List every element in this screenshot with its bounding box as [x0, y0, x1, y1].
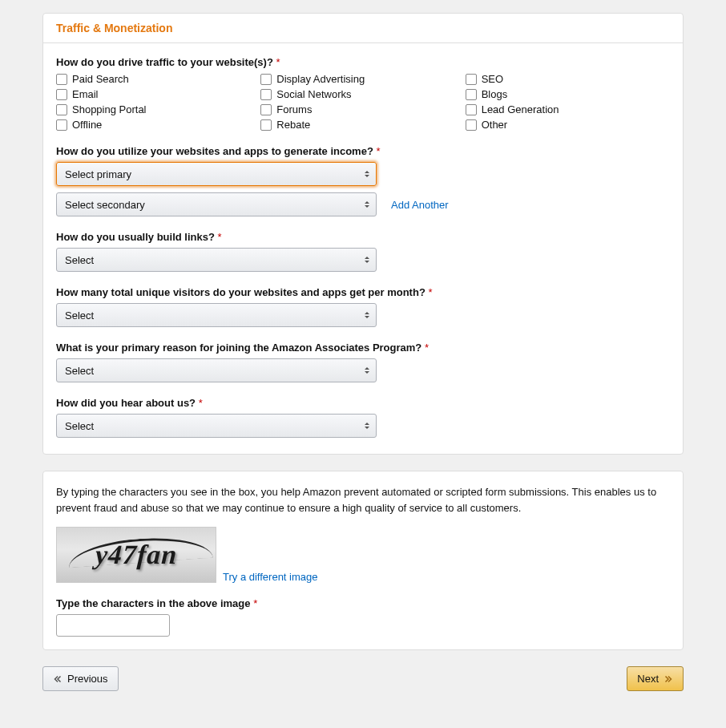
- traffic-checkbox-label[interactable]: Lead Generation: [482, 103, 559, 115]
- traffic-checkbox[interactable]: [56, 74, 67, 85]
- captcha-input-label: Type the characters in the above image *: [56, 597, 670, 609]
- traffic-checkbox-label[interactable]: Offline: [72, 119, 102, 131]
- traffic-checkbox[interactable]: [466, 119, 477, 131]
- traffic-checkbox-item: Other: [466, 119, 670, 131]
- build-links-select-wrap: Select: [56, 248, 377, 272]
- traffic-checkbox-item: Paid Search: [56, 73, 260, 85]
- traffic-checkbox-label[interactable]: Rebate: [276, 119, 310, 131]
- income-primary-select-wrap: Select primary: [56, 162, 377, 186]
- required-indicator: *: [276, 56, 280, 68]
- traffic-checkbox-grid: Paid SearchDisplay AdvertisingSEOEmailSo…: [56, 73, 670, 131]
- traffic-checkbox-label[interactable]: Display Advertising: [276, 73, 365, 85]
- traffic-checkbox-item: Social Networks: [260, 88, 465, 100]
- reason-select-wrap: Select: [56, 358, 377, 382]
- required-indicator: *: [428, 286, 432, 298]
- panel-header: Traffic & Monetization: [43, 14, 683, 43]
- income-secondary-select-wrap: Select secondary: [56, 192, 377, 216]
- traffic-checkbox-item: Forums: [260, 103, 465, 115]
- navigation-button-bar: Previous Next: [42, 666, 684, 691]
- traffic-checkbox-item: Display Advertising: [260, 73, 465, 85]
- captcha-panel: By typing the characters you see in the …: [42, 471, 684, 650]
- traffic-checkbox[interactable]: [56, 89, 67, 100]
- traffic-checkbox-label[interactable]: Other: [482, 119, 508, 131]
- traffic-checkbox-item: Shopping Portal: [56, 103, 260, 115]
- traffic-checkbox[interactable]: [260, 104, 272, 115]
- hear-question-label: How did you hear about us? *: [56, 397, 670, 409]
- chevron-right-double-icon: [663, 674, 673, 684]
- required-indicator: *: [218, 231, 222, 243]
- traffic-checkbox-label[interactable]: Social Networks: [276, 88, 351, 100]
- required-indicator: *: [376, 145, 380, 157]
- traffic-checkbox[interactable]: [260, 119, 272, 131]
- traffic-checkbox-label[interactable]: Forums: [276, 103, 312, 115]
- traffic-checkbox-item: SEO: [466, 73, 670, 85]
- visitors-select[interactable]: Select: [56, 303, 377, 327]
- traffic-checkbox-label[interactable]: SEO: [482, 73, 503, 85]
- income-primary-select[interactable]: Select primary: [56, 162, 377, 186]
- add-another-link[interactable]: Add Another: [391, 199, 449, 211]
- required-indicator: *: [199, 397, 203, 409]
- next-button-label: Next: [637, 673, 659, 685]
- traffic-checkbox-item: Blogs: [466, 88, 670, 100]
- traffic-checkbox[interactable]: [56, 119, 67, 131]
- income-question-label: How do you utilize your websites and app…: [56, 145, 670, 157]
- traffic-checkbox-item: Rebate: [260, 119, 465, 131]
- traffic-checkbox-item: Email: [56, 88, 260, 100]
- traffic-monetization-panel: Traffic & Monetization How do you drive …: [42, 13, 684, 455]
- reason-question-label: What is your primary reason for joining …: [56, 342, 670, 354]
- captcha-intro-text: By typing the characters you see in the …: [56, 484, 670, 516]
- traffic-checkbox-item: Offline: [56, 119, 260, 131]
- traffic-checkbox[interactable]: [466, 104, 477, 115]
- traffic-checkbox-item: Lead Generation: [466, 103, 670, 115]
- traffic-checkbox-label[interactable]: Shopping Portal: [72, 103, 147, 115]
- build-links-question-label: How do you usually build links? *: [56, 231, 670, 243]
- captcha-input[interactable]: [56, 614, 170, 637]
- previous-button-label: Previous: [67, 673, 108, 685]
- traffic-checkbox[interactable]: [466, 89, 477, 100]
- traffic-checkbox-label[interactable]: Paid Search: [72, 73, 129, 85]
- required-indicator: *: [253, 597, 257, 609]
- hear-select-wrap: Select: [56, 414, 377, 438]
- traffic-checkbox[interactable]: [56, 104, 67, 115]
- traffic-checkbox-label[interactable]: Email: [72, 88, 99, 100]
- next-button[interactable]: Next: [627, 666, 684, 691]
- traffic-question-label: How do you drive traffic to your website…: [56, 56, 670, 68]
- previous-button[interactable]: Previous: [42, 666, 119, 691]
- traffic-checkbox[interactable]: [260, 74, 272, 85]
- captcha-image: y47fan: [56, 527, 216, 583]
- income-secondary-select[interactable]: Select secondary: [56, 192, 377, 216]
- required-indicator: *: [425, 342, 429, 354]
- reason-select[interactable]: Select: [56, 358, 377, 382]
- traffic-checkbox[interactable]: [466, 74, 477, 85]
- hear-select[interactable]: Select: [56, 414, 377, 438]
- build-links-select[interactable]: Select: [56, 248, 377, 272]
- try-different-image-link[interactable]: Try a different image: [223, 571, 318, 583]
- panel-title: Traffic & Monetization: [56, 22, 172, 34]
- chevron-left-double-icon: [53, 674, 63, 684]
- traffic-checkbox[interactable]: [260, 89, 272, 100]
- traffic-checkbox-label[interactable]: Blogs: [482, 88, 508, 100]
- visitors-select-wrap: Select: [56, 303, 377, 327]
- visitors-question-label: How many total unique visitors do your w…: [56, 286, 670, 298]
